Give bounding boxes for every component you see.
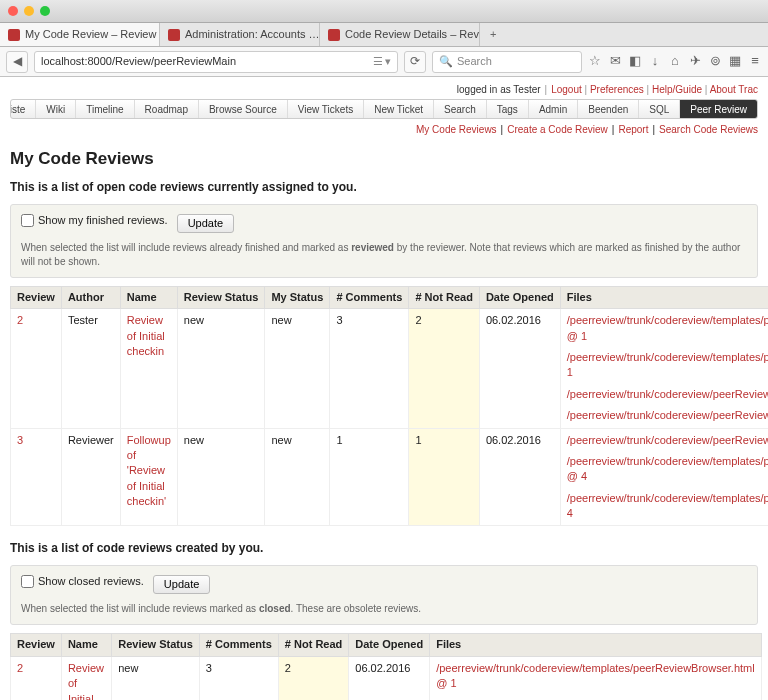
browser-toolbar: ◀ localhost:8000/Review/peerReviewMain ☰…: [0, 47, 768, 77]
new-tab-button[interactable]: +: [480, 23, 506, 46]
date: 06.02.2016: [349, 656, 430, 700]
toolbar-icon[interactable]: ≡: [748, 52, 762, 70]
file-link[interactable]: /peerreview/trunk/codereview/templates/p…: [567, 491, 768, 522]
file-link[interactable]: /peerreview/trunk/codereview/templates/p…: [567, 313, 768, 344]
metanav-link[interactable]: Preferences: [590, 84, 644, 95]
created-filter-box: Show closed reviews. Update When selecte…: [10, 565, 758, 625]
browser-tab[interactable]: My Code Review – Review×: [0, 23, 160, 46]
favicon-icon: [328, 29, 340, 41]
mainnav-item[interactable]: Wiki: [35, 100, 75, 118]
table-header: Review: [11, 286, 62, 308]
review-name-link[interactable]: Review of Initial checkin: [61, 656, 111, 700]
tab-strip: My Code Review – Review×Administration: …: [0, 23, 768, 47]
tab-title: Code Review Details – Rev…: [345, 27, 480, 42]
toolbar-icon[interactable]: ⊚: [708, 52, 722, 70]
table-header: # Not Read: [409, 286, 479, 308]
review-name-link[interactable]: Review of Initial checkin: [120, 309, 177, 428]
page-title: My Code Reviews: [10, 147, 758, 171]
toolbar-icon[interactable]: ↓: [648, 52, 662, 70]
metanav-link[interactable]: About Trac: [710, 84, 758, 95]
review-id-link[interactable]: 2: [11, 656, 62, 700]
mainnav-item[interactable]: Beenden: [577, 100, 638, 118]
review-id-link[interactable]: 3: [11, 428, 62, 526]
show-closed-checkbox[interactable]: Show closed reviews.: [21, 574, 144, 589]
metanav-link[interactable]: Logout: [551, 84, 582, 95]
reload-button[interactable]: ⟳: [404, 51, 426, 73]
browser-tab[interactable]: Code Review Details – Rev…×: [320, 23, 480, 46]
author: Reviewer: [61, 428, 120, 526]
mainnav-item[interactable]: Browse Source: [198, 100, 287, 118]
review-name-link[interactable]: Followup of 'Review of Initial checkin': [120, 428, 177, 526]
subnav-link[interactable]: My Code Reviews: [416, 123, 497, 137]
assigned-hint: When selected the list will include revi…: [21, 241, 747, 269]
toolbar-icon[interactable]: ◧: [628, 52, 642, 70]
created-hint: When selected the list will include revi…: [21, 602, 747, 616]
table-header: # Comments: [330, 286, 409, 308]
mainnav-item[interactable]: Search: [433, 100, 486, 118]
file-link[interactable]: /peerreview/trunk/codereview/templates/p…: [567, 350, 768, 381]
created-heading: This is a list of code reviews created b…: [10, 540, 758, 557]
mainnav-item[interactable]: Tags: [486, 100, 528, 118]
dropdown-icon[interactable]: ▾: [385, 54, 391, 69]
close-window-icon[interactable]: [8, 6, 18, 16]
table-row: 2TesterReview of Initial checkinnewnew32…: [11, 309, 769, 428]
mainnav-item[interactable]: Projektliste: [10, 100, 35, 118]
browser-search[interactable]: 🔍 Search: [432, 51, 582, 73]
toolbar-icon[interactable]: ☆: [588, 52, 602, 70]
assigned-filter-box: Show my finished reviews. Update When se…: [10, 204, 758, 278]
review-status: new: [112, 656, 200, 700]
back-button[interactable]: ◀: [6, 51, 28, 73]
zoom-window-icon[interactable]: [40, 6, 50, 16]
window-titlebar: [0, 0, 768, 23]
table-header: My Status: [265, 286, 330, 308]
toolbar-icon[interactable]: ✈: [688, 52, 702, 70]
search-icon: 🔍: [439, 54, 453, 69]
tab-title: Administration: Accounts …: [185, 27, 320, 42]
tab-title: My Code Review – Review: [25, 27, 156, 42]
file-link[interactable]: /peerreview/trunk/codereview/templates/p…: [436, 661, 755, 692]
created-update-button[interactable]: Update: [153, 575, 210, 594]
metanav-link[interactable]: Help/Guide: [652, 84, 702, 95]
toolbar-icon[interactable]: ✉: [608, 52, 622, 70]
toolbar-icon[interactable]: ⌂: [668, 52, 682, 70]
comments: 3: [199, 656, 278, 700]
toolbar-icon[interactable]: ▦: [728, 52, 742, 70]
subnav-link[interactable]: Search Code Reviews: [659, 123, 758, 137]
mainnav-item[interactable]: Roadmap: [134, 100, 198, 118]
review-id-link[interactable]: 2: [11, 309, 62, 428]
mainnav-item[interactable]: SQL: [638, 100, 679, 118]
minimize-window-icon[interactable]: [24, 6, 34, 16]
review-status: new: [177, 428, 265, 526]
file-link[interactable]: /peerreview/trunk/codereview/peerReviewN…: [567, 433, 768, 448]
table-header: Date Opened: [479, 286, 560, 308]
mainnav-item[interactable]: New Ticket: [363, 100, 433, 118]
metanav: logged in as Tester | Logout | Preferenc…: [10, 83, 758, 97]
reader-icon[interactable]: ☰: [373, 54, 383, 69]
mainnav-item[interactable]: View Tickets: [287, 100, 363, 118]
table-row: 2Review of Initial checkinnew3206.02.201…: [11, 656, 762, 700]
subnav-link[interactable]: Create a Code Review: [507, 123, 608, 137]
mainnav-item[interactable]: Admin: [528, 100, 577, 118]
mainnav-item[interactable]: Peer Review: [679, 100, 757, 118]
address-bar[interactable]: localhost:8000/Review/peerReviewMain ☰ ▾: [34, 51, 398, 73]
show-finished-checkbox[interactable]: Show my finished reviews.: [21, 213, 168, 228]
file-link[interactable]: /peerreview/trunk/codereview/peerReviewM…: [567, 387, 768, 402]
my-status: new: [265, 309, 330, 428]
closed-checkbox-input[interactable]: [21, 575, 34, 588]
assigned-update-button[interactable]: Update: [177, 214, 234, 233]
author: Tester: [61, 309, 120, 428]
search-placeholder: Search: [457, 54, 492, 69]
mainnav-item[interactable]: Timeline: [75, 100, 133, 118]
table-header: Files: [430, 634, 762, 656]
browser-tab[interactable]: Administration: Accounts …×: [160, 23, 320, 46]
subnav: My Code Reviews|Create a Code Review|Rep…: [10, 123, 758, 137]
assigned-reviews-table: ReviewAuthorNameReview StatusMy Status# …: [10, 286, 768, 527]
logged-in-text: logged in as Tester: [457, 83, 541, 97]
url-text: localhost:8000/Review/peerReviewMain: [41, 54, 373, 69]
file-link[interactable]: /peerreview/trunk/codereview/peerReviewN…: [567, 408, 768, 423]
created-reviews-table: ReviewNameReview Status# Comments# Not R…: [10, 633, 762, 700]
finished-checkbox-input[interactable]: [21, 214, 34, 227]
assigned-heading: This is a list of open code reviews curr…: [10, 179, 758, 196]
file-link[interactable]: /peerreview/trunk/codereview/templates/p…: [567, 454, 768, 485]
subnav-link[interactable]: Report: [618, 123, 648, 137]
